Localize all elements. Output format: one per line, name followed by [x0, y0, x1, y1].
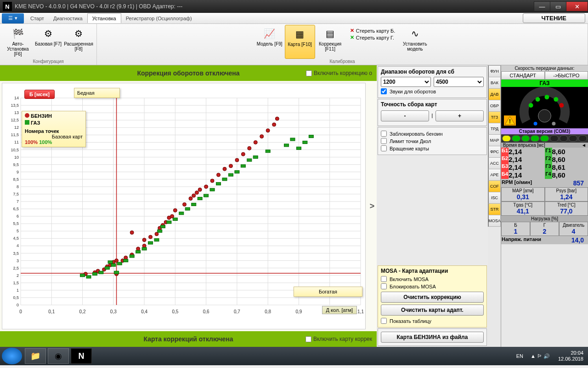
clear-adapt-maps-button[interactable]: Очистить карты адапт.: [381, 305, 484, 316]
rpm-low-select[interactable]: 1200: [381, 77, 431, 87]
file-menu[interactable]: ☰ ▾: [2, 13, 24, 23]
svg-rect-126: [80, 274, 85, 277]
basic-button[interactable]: ⚙Базовая [F7]: [33, 25, 63, 59]
sidetab-isc[interactable]: ISC: [488, 192, 501, 204]
svg-point-112: [204, 185, 208, 189]
main: Коррекция оборотов отключена Включить ко…: [0, 65, 588, 347]
tray-icons[interactable]: ▲ 🏳 🔊: [527, 353, 554, 359]
chart-scatter-icon: ▦: [293, 27, 307, 41]
chart-line-icon: 📈: [262, 27, 277, 40]
dash-cell: Psys [bar]1,24: [545, 187, 588, 201]
language-indicator[interactable]: EN: [513, 353, 527, 359]
maximize-button[interactable]: ▭: [550, 1, 566, 12]
svg-text:0,4: 0,4: [141, 309, 147, 314]
mosa-block-checkbox[interactable]: Блокировать MOSA: [381, 283, 484, 289]
svg-point-171: [552, 122, 555, 126]
rotate-checkbox[interactable]: Вращение карты: [381, 145, 484, 151]
kme-taskbar-icon[interactable]: N: [71, 348, 92, 364]
svg-point-109: [192, 194, 196, 197]
sidetab-фун[interactable]: ФУН: [488, 65, 501, 77]
svg-point-115: [223, 167, 226, 171]
baud-fast-button[interactable]: ->БЫСТРО: [545, 71, 588, 80]
rpm-high-select[interactable]: 4500: [434, 77, 484, 87]
sidetab-cof[interactable]: COF: [488, 180, 501, 192]
svg-rect-137: [136, 250, 141, 253]
svg-point-120: [254, 140, 257, 144]
window-title: KME NEVO - 4.0.9.0 | G4 NEVO - 4.0I r2 (…: [15, 3, 534, 10]
svg-text:8: 8: [17, 184, 19, 189]
model-button[interactable]: 📈Модель [F9]: [254, 25, 285, 59]
svg-rect-147: [192, 203, 196, 206]
enable-rpm-correction-checkbox[interactable]: Включить коррекцию о: [306, 70, 372, 76]
collapse-right-arrow[interactable]: >: [368, 81, 377, 331]
erase-map-g[interactable]: ✕Стереть карту Г.: [350, 34, 396, 40]
sidetab-трд[interactable]: ТРД: [488, 123, 501, 135]
precision-plus[interactable]: +: [435, 110, 484, 121]
svg-rect-140: [154, 239, 159, 242]
svg-text:11: 11: [14, 140, 19, 144]
svg-text:1,5: 1,5: [13, 281, 19, 285]
explorer-taskbar-icon[interactable]: 📁: [25, 348, 46, 364]
load-cell: Двигатель4: [559, 222, 588, 236]
minimize-button[interactable]: —: [534, 1, 550, 12]
install-model-button[interactable]: ∿Установить модель: [400, 25, 430, 59]
close-button[interactable]: ✕: [566, 1, 588, 12]
sidetab-mosa[interactable]: MOSA: [488, 215, 501, 227]
sidetab-тгз[interactable]: ТГЗ: [488, 111, 501, 123]
petrol-map-from-file-button[interactable]: Карта БЕНЗИНА из файла: [381, 332, 484, 343]
sidetab-фрс[interactable]: ФРС: [488, 146, 501, 158]
svg-text:11,5: 11,5: [11, 132, 19, 137]
svg-point-121: [260, 135, 264, 138]
start-button[interactable]: [2, 348, 22, 364]
map-chart[interactable]: 00,10,20,30,40,50,60,70,80,911,100,511,5…: [2, 83, 366, 329]
precision-minus[interactable]: -: [381, 110, 429, 121]
correction-button[interactable]: ▤Коррекция [F11]: [315, 25, 345, 59]
sidetab-map[interactable]: MAP: [488, 134, 501, 146]
sounds-checkbox[interactable]: Звуки для оборотов: [381, 88, 484, 94]
dash-cell: Tred [°C]77,0: [545, 201, 588, 216]
show-table-checkbox[interactable]: Показать таблицу: [381, 318, 484, 324]
sidetab-acc[interactable]: ACC: [488, 157, 501, 169]
svg-text:13,5: 13,5: [11, 103, 19, 108]
precision-slider[interactable]: [432, 114, 433, 118]
svg-rect-133: [114, 271, 119, 274]
svg-rect-163: [309, 135, 313, 138]
sidetab-вак[interactable]: ВАК: [488, 77, 501, 89]
limit-checkbox[interactable]: Лимит точки Дкол: [381, 138, 484, 144]
range-label: Диапазон оборотов для сб: [381, 69, 484, 75]
sidetab-str[interactable]: STR: [488, 203, 501, 215]
svg-rect-153: [228, 173, 233, 176]
baud-standard-button[interactable]: СТАНДАРТ: [501, 71, 545, 80]
map-button[interactable]: ▦Карта [F10]: [285, 25, 315, 59]
advanced-button[interactable]: ⚙Расширенная [F8]: [63, 25, 94, 59]
erase-map-b[interactable]: ✕Стереть карту Б.: [350, 28, 396, 34]
block-petrol-checkbox[interactable]: Заблокировать бензин: [381, 131, 484, 137]
tab-start[interactable]: Старт: [26, 14, 49, 23]
chrome-taskbar-icon[interactable]: ◉: [48, 348, 69, 364]
svg-rect-150: [210, 188, 215, 191]
svg-text:2: 2: [17, 273, 19, 278]
sidetab-ape[interactable]: APE: [488, 169, 501, 181]
chevron-left-icon[interactable]: ◄: [582, 143, 586, 148]
flag-icon: 🏁: [11, 27, 25, 40]
warning-icon: !: [504, 115, 516, 126]
tab-diagnostics[interactable]: Диагностика: [49, 14, 87, 23]
svg-rect-159: [284, 144, 289, 147]
mosa-enable-checkbox[interactable]: Включить MOSA: [381, 276, 484, 282]
inj-row: Б22,14Г28,60: [501, 155, 588, 163]
sidetab-дав[interactable]: ДАВ: [488, 88, 501, 100]
tab-setup[interactable]: Установка: [87, 13, 121, 23]
svg-point-166: [545, 95, 549, 99]
svg-point-118: [241, 152, 245, 156]
auto-setup-button[interactable]: 🏁Авто-Установка [F6]: [3, 25, 33, 59]
svg-point-165: [536, 97, 540, 102]
clear-correction-button[interactable]: Очистить коррекцию: [381, 292, 484, 303]
sidetab-обр[interactable]: ОБР: [488, 100, 501, 112]
read-button[interactable]: ЧТЕНИЕ: [523, 13, 586, 23]
svg-point-106: [173, 208, 177, 212]
svg-rect-145: [179, 212, 184, 215]
clock[interactable]: 20:04 12.06.2018: [554, 350, 588, 362]
tab-recorder[interactable]: Регистратор (Осциллограф): [121, 14, 197, 23]
enable-map-correction-checkbox[interactable]: Включить карту коррек: [305, 336, 372, 342]
load-cell: Г2: [530, 222, 559, 236]
